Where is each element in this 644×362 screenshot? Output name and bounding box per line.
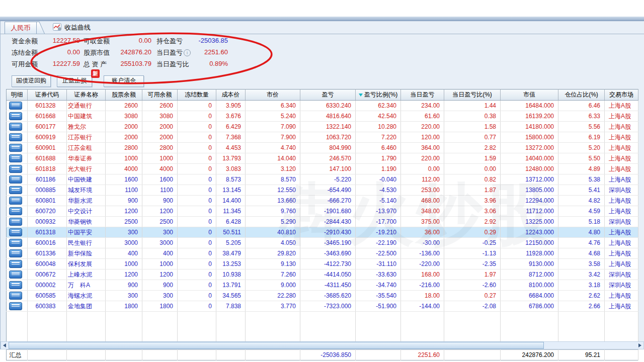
col-header-pl_pct[interactable]: 盈亏比例(%) <box>356 89 401 101</box>
detail-list-icon[interactable] <box>9 123 22 131</box>
cell-pos_pct: 5.56 <box>558 122 605 132</box>
table-row[interactable]: 600901江苏金租2800280004.4534.740804.9906.46… <box>7 143 638 153</box>
horizontal-scrollbar[interactable] <box>1 341 644 349</box>
detail-list-icon[interactable] <box>9 112 22 120</box>
col-header-market[interactable]: 交易市场 <box>605 89 638 101</box>
detail-list-icon[interactable] <box>9 292 22 300</box>
tab-rmb[interactable]: 人民币 <box>5 22 37 34</box>
col-header-frozen[interactable]: 冻结数量 <box>178 89 216 101</box>
col-header-price[interactable]: 市价 <box>246 89 300 101</box>
table-row[interactable]: 601186中国铁建1600160008.5738.570-5.220-0.04… <box>7 174 638 185</box>
cell-market: 上海A股 <box>605 301 638 312</box>
table-row[interactable]: 601328交通银行2600260003.9056.3406330.24062.… <box>7 101 638 111</box>
table-row[interactable]: 600720中交设计12001200011.3459.760-1901.680-… <box>7 206 638 217</box>
cell-price: 4.740 <box>246 143 300 153</box>
table-row[interactable]: 600585海螺水泥300300034.56522.280-3685.620-3… <box>7 291 638 301</box>
detail-cell <box>7 185 28 196</box>
cell-pl: -4414.050 <box>300 269 356 280</box>
cell-day_pl_pct: 0.82 <box>444 174 501 185</box>
cell-price: 9.000 <box>246 280 300 291</box>
cell-frozen: 0 <box>178 122 216 132</box>
table-row[interactable]: 601336新华保险400400038.47929.820-3463.690-2… <box>7 248 638 259</box>
col-header-code[interactable]: 证券代码 <box>28 89 67 101</box>
cell-frozen: 0 <box>178 132 216 143</box>
account-row: 冻结金额0.00股票市值242876.20当日盈亏i2251.60 <box>1 48 272 60</box>
table-row[interactable]: 601818光大银行4000400003.0833.120147.1001.19… <box>7 164 638 174</box>
table-row[interactable]: 000885城发环境11001100013.14512.550-654.490-… <box>7 185 638 196</box>
detail-list-icon[interactable] <box>9 186 22 194</box>
stop-profit-loss-button[interactable]: 止盈止损 <box>57 75 92 87</box>
cell-available: 1100 <box>142 185 178 196</box>
clear-account-button[interactable]: 账户清仓 <box>104 75 144 87</box>
detail-list-icon[interactable] <box>9 249 22 257</box>
table-row[interactable]: 600383金地集团1800180007.8383.770-7323.000-5… <box>7 301 638 312</box>
detail-list-icon[interactable] <box>9 165 22 173</box>
detail-list-icon[interactable] <box>9 133 22 141</box>
table-row[interactable]: 000932华菱钢铁2500250006.4285.290-2844.430-1… <box>7 217 638 227</box>
col-header-pos_pct[interactable]: 仓位占比(%) <box>558 89 605 101</box>
scroll-right-arrow-icon[interactable] <box>638 343 641 347</box>
reverse-repo-button[interactable]: 国债逆回购 <box>12 75 51 87</box>
detail-list-icon[interactable] <box>9 197 22 205</box>
detail-list-icon[interactable] <box>9 175 22 184</box>
detail-list-icon[interactable] <box>9 239 22 247</box>
cell-pl: 1322.140 <box>300 122 356 132</box>
detail-cell <box>7 206 28 217</box>
table-row[interactable]: 601668中国建筑3080308003.6765.2404816.64042.… <box>7 111 638 122</box>
cell-balance: 2000 <box>106 132 142 143</box>
cell-cost: 6.429 <box>216 122 246 132</box>
cell-day_pl: 120.00 <box>401 132 444 143</box>
detail-list-icon[interactable] <box>9 102 22 110</box>
cell-market: 上海A股 <box>605 227 638 238</box>
cell-day_pl_pct: 1.58 <box>444 122 501 132</box>
detail-list-icon[interactable] <box>9 144 22 152</box>
detail-list-icon[interactable] <box>9 218 22 226</box>
cell-pl: -7323.000 <box>300 301 356 312</box>
account-value: 0.89% <box>167 60 228 67</box>
col-header-day_pl_pct[interactable]: 当日盈亏比(%) <box>444 89 501 101</box>
col-header-day_pl[interactable]: 当日盈亏 <box>401 89 444 101</box>
table-row[interactable]: 601318中国平安300300050.51140.810-2910.430-1… <box>7 227 638 238</box>
detail-list-icon[interactable] <box>9 281 22 289</box>
cell-mkt_val: 16139.200 <box>501 111 558 122</box>
cell-frozen: 0 <box>178 280 216 291</box>
table-row[interactable]: 600016民生银行3000300005.2054.050-3465.190-2… <box>7 238 638 248</box>
account-row: 可用金额12227.59总 资 产255103.79当日盈亏比0.89% <box>1 60 272 71</box>
scrollbar-thumb[interactable] <box>9 342 544 349</box>
col-header-pl[interactable]: 盈亏 <box>300 89 356 101</box>
col-header-cost[interactable]: 成本价 <box>216 89 246 101</box>
cell-mkt_val: 14040.000 <box>501 153 558 164</box>
table-row[interactable]: 000002万 科A900900013.7919.000-4311.450-34… <box>7 280 638 291</box>
col-header-balance[interactable]: 股票余额 <box>106 89 142 101</box>
scroll-left-arrow-icon[interactable] <box>3 343 6 347</box>
detail-list-icon[interactable] <box>9 228 22 236</box>
cell-mkt_val: 14180.000 <box>501 122 558 132</box>
col-header-detail[interactable]: 明细 <box>7 89 28 101</box>
detail-cell <box>7 217 28 227</box>
cell-cost: 6.428 <box>216 217 246 227</box>
detail-list-icon[interactable] <box>9 207 22 215</box>
detail-list-icon[interactable] <box>9 302 22 310</box>
summary-empty-cell <box>605 350 638 360</box>
col-header-name[interactable]: 证券名称 <box>67 89 106 101</box>
cell-code: 601818 <box>28 164 67 174</box>
tab-profit-curve[interactable]: 收益曲线 <box>53 23 91 33</box>
cell-pl_pct: -19.210 <box>356 227 401 238</box>
cell-day_pl: 375.00 <box>401 217 444 227</box>
table-row[interactable]: 601688华泰证券10001000013.79314.040246.5701.… <box>7 153 638 164</box>
detail-list-icon[interactable] <box>9 260 22 268</box>
cell-day_pl: 112.00 <box>401 174 444 185</box>
cell-day_pl: 348.00 <box>401 206 444 217</box>
detail-list-icon[interactable] <box>9 270 22 279</box>
col-header-mkt_val[interactable]: 市值 <box>501 89 558 101</box>
table-row[interactable]: 600048保利发展10001000013.2539.130-4122.730-… <box>7 259 638 269</box>
table-row[interactable]: 600919江苏银行2000200007.3687.9001063.7207.2… <box>7 132 638 143</box>
table-row[interactable]: 600177雅戈尔2000200006.4297.0901322.14010.2… <box>7 122 638 132</box>
profit-curve-icon <box>53 23 62 33</box>
cell-pl_pct: -35.540 <box>356 291 401 301</box>
detail-list-icon[interactable] <box>9 154 22 162</box>
table-row[interactable]: 600801华新水泥900900014.40013.660-666.270-5.… <box>7 196 638 206</box>
detail-cell <box>7 196 28 206</box>
table-row[interactable]: 000672上峰水泥12001200010.9387.260-4414.050-… <box>7 269 638 280</box>
col-header-available[interactable]: 可用余额 <box>142 89 178 101</box>
